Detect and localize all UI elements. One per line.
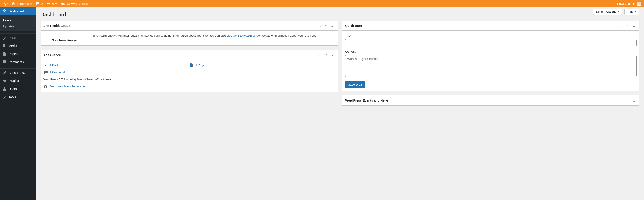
site-health-text-post: to gather information about your site no… (262, 34, 316, 37)
home-icon (11, 2, 15, 6)
site-health-text-pre: Site health checks will automatically ru… (93, 34, 227, 37)
wpvivid-label: WPvivid Backup (66, 2, 88, 6)
site-name-link[interactable]: Staging site (10, 0, 34, 7)
avatar (637, 2, 641, 6)
admin-bar-left: Staging site 0 New WPvivid Backup (2, 0, 90, 7)
menu-media[interactable]: Media (0, 42, 36, 50)
menu-users[interactable]: Users (0, 85, 36, 93)
help-label: Help (627, 10, 634, 13)
menu-posts[interactable]: Posts (0, 34, 36, 42)
site-health-box: Site Health Status ︿ ﹀ ▴ No information … (40, 21, 338, 46)
glance-seo-row: Search engines discouraged (44, 84, 335, 89)
comment-icon (44, 70, 48, 74)
new-link[interactable]: New (44, 0, 59, 7)
move-up-icon[interactable]: ︿ (618, 98, 624, 103)
postbox-controls: ︿ ﹀ ▴ (317, 52, 335, 58)
glance-posts-link[interactable]: 1 Post (44, 63, 189, 68)
comments-link[interactable]: 0 (34, 0, 44, 7)
glance-theme-link[interactable]: Twenty Twenty-Five (76, 78, 102, 81)
my-account[interactable]: Howdy, admin (616, 0, 641, 7)
brush-icon (2, 70, 7, 75)
quick-draft-content-label: Content (345, 49, 636, 54)
toggle-icon[interactable]: ▴ (330, 23, 335, 28)
events-news-title: WordPress Events and News (345, 99, 618, 102)
dashboard-icon (2, 9, 7, 14)
site-health-header[interactable]: Site Health Status ︿ ﹀ ▴ (41, 21, 338, 31)
pin-icon (44, 63, 48, 67)
user-icon (2, 87, 7, 91)
svg-rect-4 (45, 86, 46, 87)
page-title: Dashboard (40, 7, 640, 21)
comment-icon (36, 2, 40, 6)
glance-wp-pre: WordPress 6.7.1 running (44, 78, 76, 81)
save-draft-button[interactable]: Save Draft (345, 81, 365, 88)
comments-count: 0 (41, 2, 42, 6)
admin-bar-right: Howdy, admin (616, 0, 642, 7)
admin-sidebar: Dashboard Home Updates Posts Media Pages… (0, 7, 36, 200)
wp-logo[interactable] (2, 0, 10, 7)
wordpress-icon (4, 2, 8, 6)
quick-draft-title-input[interactable] (345, 39, 636, 46)
glance-comments-text: 1 Comment (50, 70, 65, 75)
move-up-icon[interactable]: ︿ (317, 52, 322, 58)
glance-comments-link[interactable]: 1 Comment (44, 70, 189, 75)
help-toggle[interactable]: Help ▼ (624, 9, 640, 15)
menu-appearance-label: Appearance (8, 71, 26, 74)
quick-draft-content-textarea[interactable] (345, 55, 636, 77)
site-name-text: Staging site (17, 2, 32, 6)
wpvivid-link[interactable]: WPvivid Backup (59, 0, 90, 7)
chevron-down-icon: ▼ (617, 10, 619, 13)
toggle-icon[interactable]: ▴ (330, 52, 335, 58)
menu-pages-label: Pages (8, 52, 18, 56)
move-down-icon[interactable]: ﹀ (323, 52, 328, 58)
glance-pages-link[interactable]: 1 Page (189, 63, 335, 68)
move-down-icon[interactable]: ﹀ (625, 23, 630, 28)
quick-draft-header[interactable]: Quick Draft ︿ ﹀ ▴ (342, 21, 639, 31)
menu-pages[interactable]: Pages (0, 50, 36, 58)
admin-bar: Staging site 0 New WPvivid Backup Howdy,… (0, 0, 644, 7)
menu-dashboard-label: Dashboard (8, 10, 24, 13)
at-a-glance-box: At a Glance ︿ ﹀ ▴ 1 Post (40, 50, 338, 92)
glance-seo-link[interactable]: Search engines discouraged (49, 84, 86, 89)
submenu-home[interactable]: Home (0, 17, 36, 23)
howdy-text: Howdy, admin (617, 2, 636, 6)
menu-dashboard[interactable]: Dashboard (0, 7, 36, 15)
menu-media-label: Media (8, 44, 17, 48)
postbox-controls: ︿ ﹀ ▴ (317, 23, 335, 28)
move-up-icon[interactable]: ︿ (618, 23, 624, 28)
pages-icon (2, 52, 7, 56)
site-health-link[interactable]: visit the Site Health screen (227, 34, 262, 37)
menu-comments[interactable]: Comments (0, 58, 36, 66)
site-health-title: Site Health Status (44, 24, 317, 28)
postbox-controls: ︿ ﹀ ▴ (618, 98, 636, 103)
events-news-header[interactable]: WordPress Events and News ︿ ﹀ ▴ (342, 95, 639, 106)
menu-plugins[interactable]: Plugins (0, 77, 36, 85)
glance-wp-post: theme. (102, 78, 112, 81)
postbox-controls: ︿ ﹀ ▴ (618, 23, 636, 28)
chevron-down-icon: ▼ (634, 10, 636, 13)
quick-draft-box: Quick Draft ︿ ﹀ ▴ Title Cont (342, 21, 640, 91)
menu-posts-label: Posts (8, 36, 16, 40)
at-a-glance-header[interactable]: At a Glance ︿ ﹀ ▴ (41, 50, 338, 60)
dashboard-col-left: Site Health Status ︿ ﹀ ▴ No information … (40, 21, 338, 92)
glance-posts-text: 1 Post (50, 63, 58, 68)
quick-draft-title-label: Title (345, 33, 636, 38)
submenu-updates[interactable]: Updates (0, 23, 36, 29)
move-down-icon[interactable]: ﹀ (625, 98, 630, 103)
move-up-icon[interactable]: ︿ (317, 23, 322, 28)
screen-options-toggle[interactable]: Screen Options ▼ (593, 9, 622, 15)
cloud-icon (61, 2, 65, 6)
menu-tools[interactable]: Tools (0, 93, 36, 101)
svg-point-3 (45, 85, 46, 86)
toggle-icon[interactable]: ▴ (631, 98, 636, 103)
new-label: New (52, 2, 58, 6)
menu-plugins-label: Plugins (8, 79, 19, 83)
pages-icon (189, 63, 194, 67)
at-a-glance-title: At a Glance (44, 53, 317, 57)
info-icon (44, 85, 48, 89)
toggle-icon[interactable]: ▴ (631, 23, 636, 28)
quick-draft-title: Quick Draft (345, 24, 618, 28)
move-down-icon[interactable]: ﹀ (323, 23, 328, 28)
menu-tools-label: Tools (8, 95, 16, 99)
menu-appearance[interactable]: Appearance (0, 69, 36, 77)
